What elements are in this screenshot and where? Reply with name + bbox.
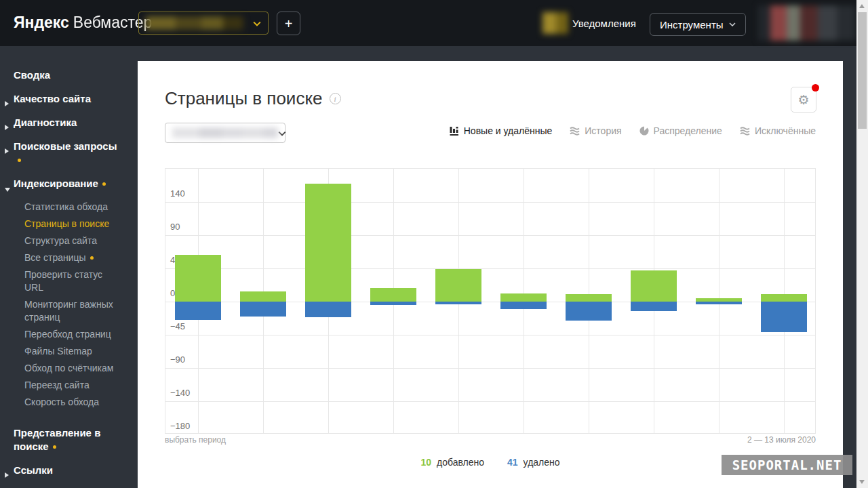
site-name-blurred <box>146 16 243 30</box>
bar-added[interactable] <box>370 288 416 302</box>
legend-removed: 41 удалено <box>507 457 560 468</box>
pie-icon <box>639 126 649 136</box>
tab-label: Исключённые <box>755 125 816 136</box>
sidebar-subitem-label: Страницы в поиске <box>24 218 109 229</box>
sidebar-subitem[interactable]: Файлы Sitemap <box>24 345 123 358</box>
page-scrollbar[interactable] <box>856 0 868 488</box>
sidebar-subitem-label: Обход по счётчикам <box>24 363 113 373</box>
sidebar-item[interactable]: Поисковые запросы <box>14 140 123 167</box>
y-axis-tick-label: −90 <box>170 354 185 365</box>
sidebar-subitem[interactable]: Скорость обхода <box>24 396 123 409</box>
bar-added[interactable] <box>761 294 807 302</box>
bar-removed[interactable] <box>435 302 481 304</box>
removed-count: 41 <box>507 457 518 468</box>
view-tabs: Новые и удалённыеИсторияРаспределениеИск… <box>450 125 816 136</box>
bar-removed[interactable] <box>175 302 221 320</box>
tools-label: Инструменты <box>660 19 724 30</box>
bars-chart-icon <box>450 126 459 136</box>
bar-added[interactable] <box>435 269 481 302</box>
bar-added[interactable] <box>305 184 351 302</box>
sidebar-subitem-label: Файлы Sitemap <box>24 346 92 357</box>
site-selector-dropdown[interactable] <box>138 12 269 35</box>
bar-removed[interactable] <box>631 302 677 311</box>
legend-added: 10 добавлено <box>420 457 484 468</box>
triangle-down-icon <box>5 182 10 195</box>
tab-исключённые[interactable]: Исключённые <box>740 125 816 136</box>
yellow-dot-badge <box>18 159 21 162</box>
sidebar-subitem[interactable]: Переезд сайта <box>24 379 123 392</box>
added-count: 10 <box>420 457 431 468</box>
y-axis-tick-label: −45 <box>170 321 185 331</box>
bar-removed[interactable] <box>240 302 286 317</box>
sidebar-subitem[interactable]: Статистика обхода <box>24 201 123 214</box>
notifications[interactable]: Уведомления <box>542 12 636 34</box>
y-axis-tick-label: 90 <box>170 222 180 232</box>
chevron-down-icon <box>253 17 261 29</box>
sidebar-item-label: Индексирование <box>14 178 98 189</box>
bar-added[interactable] <box>500 293 547 302</box>
bar-added[interactable] <box>240 291 286 302</box>
logo-yandex: Яндекс <box>14 14 69 31</box>
bar-removed[interactable] <box>370 302 416 305</box>
info-icon[interactable]: i <box>330 93 341 104</box>
scrollbar-thumb[interactable] <box>858 12 867 129</box>
sidebar-item[interactable]: Сводка <box>14 68 123 82</box>
notification-red-dot <box>812 84 819 92</box>
sidebar-item[interactable]: Представление в поиске <box>14 426 123 453</box>
settings-gear-button[interactable]: ⚙ <box>791 87 816 113</box>
select-period-link[interactable]: выбрать период <box>165 435 226 445</box>
sidebar-subitem-label: Переезд сайта <box>24 380 90 390</box>
sidebar-item-label: Ссылки <box>14 464 53 476</box>
yellow-dot-badge <box>102 182 106 186</box>
bar-removed[interactable] <box>566 302 612 321</box>
sidebar-subsection: Статистика обходаСтраницы в поискеСтрукт… <box>24 201 123 409</box>
sidebar-item-label: Представление в поиске <box>14 427 100 452</box>
waves-icon <box>740 126 750 136</box>
sidebar-item-label: Сводка <box>14 69 50 81</box>
added-label: добавлено <box>437 457 484 468</box>
bar-added[interactable] <box>631 270 677 302</box>
add-site-button[interactable]: + <box>277 12 300 35</box>
yandex-webmaster-logo[interactable]: ЯндексВебмастер <box>14 14 152 32</box>
sidebar-subitem-label: Проверить статус URL <box>24 269 102 293</box>
triangle-right-icon <box>5 144 9 157</box>
sidebar-subitem-label: Переобход страниц <box>24 329 111 340</box>
bar-removed[interactable] <box>696 302 742 304</box>
sidebar-item[interactable]: Качество сайта <box>14 92 123 106</box>
tab-история[interactable]: История <box>570 125 621 136</box>
sidebar-subitem[interactable]: Проверить статус URL <box>24 268 123 294</box>
pages-in-search-chart: 14090450−45−90−140−180 <box>165 168 816 434</box>
tab-новые-и-удалённые[interactable]: Новые и удалённые <box>450 125 553 136</box>
yellow-dot-badge <box>53 445 56 449</box>
sidebar-item[interactable]: Диагностика <box>14 116 123 129</box>
sidebar-subitem-active[interactable]: Страницы в поиске <box>24 218 123 230</box>
user-avatar-blurred[interactable] <box>758 5 856 41</box>
bar-removed[interactable] <box>305 302 351 317</box>
sidebar-subitem[interactable]: Мониторинг важных страниц <box>24 298 123 324</box>
bar-added[interactable] <box>175 255 221 302</box>
sidebar-subitem[interactable]: Структура сайта <box>24 235 123 247</box>
bar-removed[interactable] <box>761 302 807 332</box>
notifications-label: Уведомления <box>572 18 636 29</box>
content-card: Страницы в поиске i ⚙ Новые и удалённыеИ… <box>138 61 843 488</box>
sidebar-subitem[interactable]: Переобход страниц <box>24 328 123 341</box>
bar-removed[interactable] <box>500 302 547 309</box>
chevron-down-icon <box>278 127 286 139</box>
watermark: SEOPORTAL.NET <box>722 455 852 475</box>
bar-added[interactable] <box>566 294 612 302</box>
filter-dropdown[interactable] <box>165 123 285 143</box>
waves-icon <box>570 126 580 136</box>
scroll-down-arrow-icon[interactable] <box>859 480 865 484</box>
notification-icon-blurred <box>542 12 568 34</box>
scroll-up-arrow-icon[interactable] <box>859 4 865 8</box>
sidebar-subitem[interactable]: Все страницы <box>24 251 123 264</box>
sidebar-item-label: Качество сайта <box>14 93 91 104</box>
removed-label: удалено <box>524 457 560 468</box>
tab-распределение[interactable]: Распределение <box>639 125 722 136</box>
sidebar-item[interactable]: Ссылки <box>14 464 123 477</box>
tools-dropdown-button[interactable]: Инструменты <box>650 13 746 36</box>
y-axis-tick-label: −180 <box>170 421 190 431</box>
sidebar-subitem[interactable]: Обход по счётчикам <box>24 362 123 375</box>
sidebar-subitem-label: Скорость обхода <box>24 396 99 407</box>
sidebar-item[interactable]: Индексирование <box>14 177 123 190</box>
